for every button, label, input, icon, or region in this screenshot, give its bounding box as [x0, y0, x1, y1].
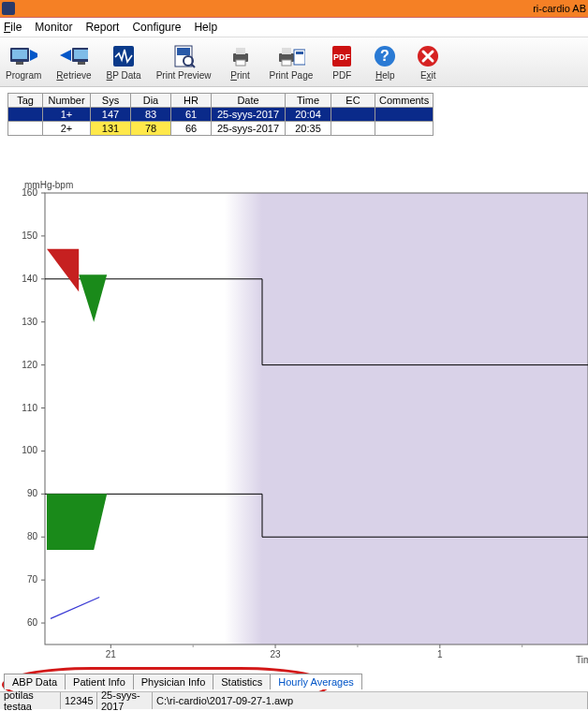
view-tabs: ABP Data Patient Info Physician Info Sta… — [4, 674, 361, 689]
data-table-area: Tag Number Sys Dia HR Date Time EC Comme… — [0, 87, 588, 138]
svg-rect-4 — [74, 50, 88, 59]
svg-rect-13 — [236, 60, 245, 66]
svg-text:70: 70 — [27, 574, 38, 585]
svg-text:?: ? — [380, 48, 390, 64]
tab-abp-data[interactable]: ABP Data — [4, 674, 66, 689]
th-date[interactable]: Date — [212, 94, 286, 108]
menu-configure[interactable]: Configure — [132, 21, 181, 34]
svg-rect-24 — [225, 193, 262, 644]
toolbar-retrieve-label: Retrieve — [56, 70, 91, 81]
svg-text:140: 140 — [22, 274, 37, 284]
menu-file[interactable]: File — [4, 21, 22, 34]
svg-text:150: 150 — [22, 230, 37, 241]
pdf-icon: PDF — [328, 43, 356, 69]
th-ec[interactable]: EC — [331, 94, 375, 108]
toolbar-exit-label: Exit — [420, 70, 436, 81]
th-number[interactable]: Number — [43, 94, 91, 108]
toolbar-program-label: Program — [6, 70, 41, 81]
svg-text:100: 100 — [22, 445, 37, 455]
status-bar: potilas testaa 12345 25-syys-2017 C:\ri-… — [0, 691, 588, 709]
toolbar-printpage[interactable]: Print Page — [270, 43, 314, 81]
toolbar-bpdata[interactable]: BP Data — [107, 43, 141, 81]
toolbar-pdf-label: PDF — [332, 70, 351, 81]
svg-text:Time: Time — [576, 655, 588, 665]
svg-text:130: 130 — [22, 317, 37, 327]
svg-rect-2 — [16, 62, 23, 65]
help-icon: ? — [371, 43, 399, 69]
status-date: 25-syys-2017 — [97, 692, 153, 709]
chart: 6070809010011012013014015016021231Time — [0, 187, 588, 665]
toolbar: Program Retrieve BP Data Print Preview P… — [0, 37, 588, 87]
svg-text:1: 1 — [437, 649, 443, 659]
toolbar-program[interactable]: Program — [6, 43, 41, 81]
status-patient: potilas testaa — [0, 692, 61, 709]
tab-physician-info[interactable]: Physician Info — [133, 674, 213, 689]
toolbar-preview[interactable]: Print Preview — [156, 43, 212, 81]
menu-help[interactable]: Help — [194, 21, 217, 34]
th-sys[interactable]: Sys — [91, 94, 131, 108]
th-hr[interactable]: HR — [171, 94, 212, 108]
toolbar-exit[interactable]: Exit — [414, 43, 442, 81]
monitor-arrow-icon — [9, 43, 37, 69]
toolbar-help-label: Help — [375, 70, 395, 81]
svg-text:60: 60 — [27, 617, 38, 628]
svg-text:120: 120 — [22, 360, 37, 370]
bp-table[interactable]: Tag Number Sys Dia HR Date Time EC Comme… — [7, 93, 434, 136]
svg-text:PDF: PDF — [333, 52, 351, 62]
toolbar-pdf[interactable]: PDF PDF — [328, 43, 356, 81]
toolbar-print-label: Print — [230, 70, 250, 81]
svg-rect-8 — [177, 48, 190, 55]
menu-monitor[interactable]: Monitor — [35, 21, 72, 34]
svg-text:23: 23 — [270, 649, 281, 659]
chart-svg: 6070809010011012013014015016021231Time — [0, 187, 588, 665]
titlebar: ri-cardio AB — [0, 0, 588, 18]
toolbar-retrieve[interactable]: Retrieve — [56, 43, 91, 81]
th-time[interactable]: Time — [286, 94, 331, 108]
status-path: C:\ri-cardio\2017-09-27-1.awp — [153, 692, 588, 709]
app-icon — [2, 2, 15, 15]
svg-line-59 — [51, 598, 99, 619]
table-row[interactable]: 1+ 147 83 61 25-syys-2017 20:04 — [8, 108, 434, 122]
svg-rect-5 — [78, 62, 85, 65]
menu-report[interactable]: Report — [85, 21, 119, 34]
window-title: ri-cardio AB — [533, 3, 586, 14]
th-comments[interactable]: Comments — [375, 94, 434, 108]
tab-statistics[interactable]: Statistics — [213, 674, 271, 689]
svg-text:21: 21 — [106, 649, 117, 659]
toolbar-preview-label: Print Preview — [156, 70, 212, 81]
svg-rect-12 — [236, 48, 245, 54]
svg-rect-18 — [296, 52, 303, 54]
retrieve-icon — [60, 43, 88, 69]
exit-icon — [414, 43, 442, 69]
svg-text:90: 90 — [27, 488, 38, 498]
svg-text:80: 80 — [27, 531, 38, 541]
svg-text:110: 110 — [22, 403, 37, 413]
tab-hourly-averages[interactable]: Hourly Averages — [270, 674, 362, 689]
toolbar-bpdata-label: BP Data — [107, 70, 141, 81]
menubar: File Monitor Report Configure Help — [0, 18, 588, 37]
bpdata-icon — [110, 43, 138, 69]
printer-icon — [227, 43, 255, 69]
preview-icon — [169, 43, 198, 69]
toolbar-help[interactable]: ? Help — [371, 43, 399, 81]
svg-rect-1 — [12, 50, 27, 59]
toolbar-print[interactable]: Print — [227, 43, 255, 81]
table-header-row: Tag Number Sys Dia HR Date Time EC Comme… — [8, 94, 434, 108]
svg-rect-15 — [282, 48, 291, 54]
table-row[interactable]: 2+ 131 78 66 25-syys-2017 20:35 — [8, 122, 434, 136]
status-id: 12345 — [61, 692, 97, 709]
svg-text:160: 160 — [22, 187, 37, 198]
th-dia[interactable]: Dia — [131, 94, 171, 108]
svg-rect-16 — [282, 60, 291, 66]
svg-rect-25 — [262, 193, 588, 644]
printpage-icon — [277, 43, 305, 69]
toolbar-printpage-label: Print Page — [270, 70, 314, 81]
tab-patient-info[interactable]: Patient Info — [65, 674, 134, 689]
th-tag[interactable]: Tag — [8, 94, 43, 108]
